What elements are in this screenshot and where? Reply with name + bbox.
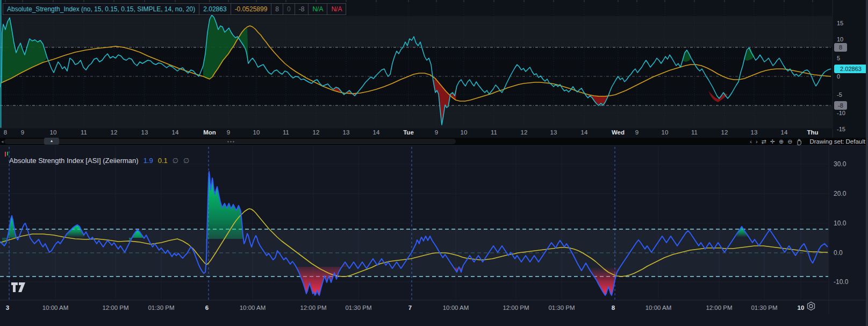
svg-text:14: 14 [373,129,380,136]
svg-text:14: 14 [172,129,179,136]
svg-text:10: 10 [798,304,805,311]
price-badge: 8 [834,43,847,52]
scroll-left-icon[interactable]: ‹ [750,138,752,145]
svg-text:-10: -10 [837,110,845,116]
top-indicator-pane[interactable]: 151050-5-10-1582.02863-8891011121314Mon9… [0,0,868,145]
top-indicator-legend[interactable]: Absolute_Strength_Index (no, 15, 0.15, 0… [3,3,346,15]
svg-text:15: 15 [837,20,843,26]
drawing-set-label[interactable]: Drawing set: Default [809,138,865,145]
crosshair-icon[interactable]: ✛ [770,138,775,145]
bottom-indicator-legend[interactable]: Absolute Strength Index [ASI] (Zeiierman… [9,157,189,165]
svg-text:Tue: Tue [403,129,414,136]
collapse-pane-button[interactable]: ▴ [44,138,59,145]
svg-text:12:00 PM: 12:00 PM [300,304,326,311]
svg-text:10: 10 [253,129,260,136]
settings-icon[interactable] [806,301,816,311]
zoom-out-icon[interactable]: ⊖ [787,138,792,145]
svg-text:10: 10 [837,36,843,42]
price-badge: 2.02863 [834,65,867,73]
svg-text:9: 9 [435,129,438,136]
svg-text:7: 7 [408,304,412,311]
svg-text:5: 5 [837,55,840,61]
svg-text:01:30 PM: 01:30 PM [548,304,575,311]
price-badge: -8 [834,101,847,110]
svg-text:11: 11 [491,129,497,136]
svg-text:10.0: 10.0 [834,219,847,227]
svg-text:01:30 PM: 01:30 PM [751,304,777,311]
indicator-value-1: -0.0525899 [231,4,271,15]
svg-text:9: 9 [227,129,230,136]
svg-text:10: 10 [461,129,468,136]
svg-text:0.0: 0.0 [834,249,843,257]
svg-text:10: 10 [662,129,669,136]
scrollbar-grip-icon[interactable] [227,141,234,143]
empty-value-icon: ∅ [173,157,178,165]
svg-text:9: 9 [21,129,24,136]
svg-text:8: 8 [4,129,7,136]
empty-value-icon: ∅ [183,157,189,165]
tradingview-workspace: 151050-5-10-1582.02863-8891011121314Mon9… [0,0,868,326]
svg-text:12: 12 [111,129,118,136]
svg-text:10:00 AM: 10:00 AM [645,304,672,311]
svg-text:12:00 PM: 12:00 PM [102,304,128,311]
asi-ma-value: 0.1 [158,157,168,165]
indicator-value-4: -8 [295,4,309,15]
svg-text:9: 9 [635,129,639,136]
svg-text:13: 13 [550,129,557,136]
svg-text:2.02863: 2.02863 [840,66,862,72]
svg-text:12:00 PM: 12:00 PM [503,304,529,311]
svg-text:-10.0: -10.0 [834,278,849,286]
svg-text:0: 0 [837,73,840,80]
svg-text:30.0: 30.0 [834,160,847,168]
svg-text:11: 11 [81,129,87,136]
svg-text:10: 10 [50,129,57,136]
pan-icon[interactable] [796,138,802,145]
svg-text:8: 8 [839,44,842,51]
svg-text:10:00 AM: 10:00 AM [443,304,469,311]
asi-value: 1.9 [144,157,153,165]
svg-text:12: 12 [521,129,528,136]
svg-text:12: 12 [313,129,320,136]
svg-text:6: 6 [205,304,209,311]
svg-text:12:00 PM: 12:00 PM [706,304,732,311]
svg-text:10:00 AM: 10:00 AM [42,304,69,311]
svg-text:-5: -5 [837,91,842,98]
svg-text:8: 8 [612,304,615,311]
indicator-value-5: N/A [308,4,327,15]
bottom-indicator-pane[interactable]: 30.020.010.00.0-10.0310:00 AM12:00 PM01:… [0,145,868,326]
indicator-value-6: N/A [327,4,346,15]
zoom-in-icon[interactable]: ⊕ [779,138,784,145]
indicator-value-3: 0 [283,4,295,15]
top-chart-plot[interactable]: 151050-5-10-1582.02863-8891011121314Mon9… [0,0,868,138]
svg-text:20.0: 20.0 [834,190,847,197]
svg-text:13: 13 [751,129,758,136]
bottom-chart-plot[interactable]: 30.020.010.00.0-10.0310:00 AM12:00 PM01:… [0,146,868,326]
reset-scale-icon[interactable]: ⇄ [762,138,766,145]
svg-text:13: 13 [141,129,148,136]
chart-footer-toolbar: ‹›⇄✛⊕⊖Drawing set: Default [750,138,865,145]
svg-text:12: 12 [721,129,728,136]
tradingview-logo[interactable] [11,281,28,293]
indicator-title[interactable]: Absolute_Strength_Index (no, 15, 0.15, 0… [3,4,199,15]
svg-text:Thu: Thu [807,129,818,136]
svg-text:14: 14 [581,129,588,136]
indicator-value-2: 8 [271,4,283,15]
svg-text:-15: -15 [837,126,845,132]
svg-text:13: 13 [343,129,350,136]
pane-divider-scrollbar[interactable]: ◂ ▴ ‹›⇄✛⊕⊖Drawing set: Default [0,138,868,145]
indicator-title[interactable]: Absolute Strength Index [ASI] (Zeiierman… [9,157,139,165]
scroll-right-icon[interactable]: › [756,138,758,145]
window-edge [866,0,868,326]
svg-text:14: 14 [781,129,788,136]
svg-text:3: 3 [6,304,9,311]
svg-text:11: 11 [691,129,698,136]
svg-text:10:00 AM: 10:00 AM [240,304,266,311]
svg-text:01:30 PM: 01:30 PM [345,304,371,311]
svg-text:11: 11 [283,129,289,136]
svg-text:-8: -8 [838,102,843,109]
scrollbar-left-arrow-icon[interactable]: ◂ [1,138,4,145]
svg-text:01:30 PM: 01:30 PM [148,304,174,311]
svg-text:Mon: Mon [203,129,216,136]
indicator-value-0: 2.02863 [199,4,230,15]
svg-text:Wed: Wed [612,129,625,136]
